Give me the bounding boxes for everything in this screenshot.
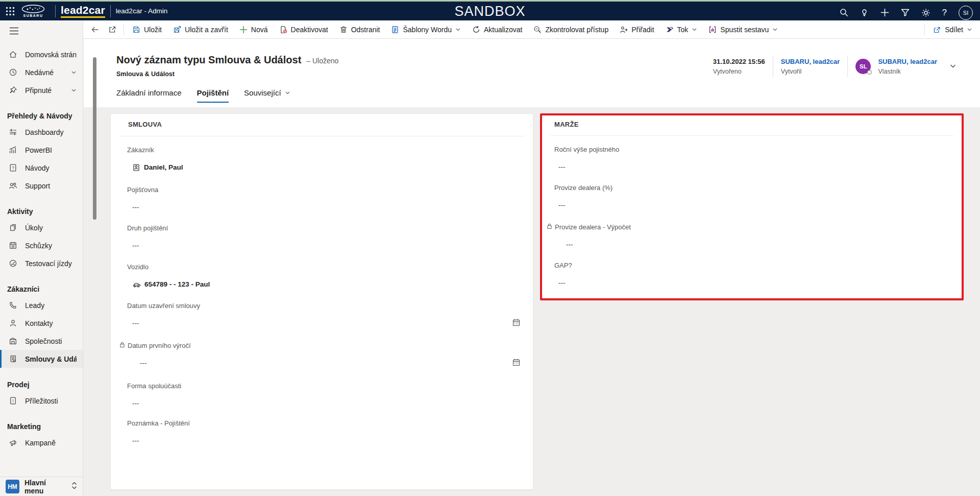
- filter-icon[interactable]: [901, 8, 910, 17]
- sidebar-item-kontakty[interactable]: Kontakty: [0, 314, 83, 332]
- form-scrollbar-thumb[interactable]: [93, 57, 96, 220]
- refresh-button[interactable]: Aktualizovat: [467, 22, 528, 37]
- field-provize-dealera-vypocet: Provize dealera - Výpočet ---: [554, 222, 949, 250]
- owner-link[interactable]: SUBARU, lead2car: [878, 58, 937, 65]
- created-by-link[interactable]: SUBARU, lead2car: [781, 58, 840, 65]
- owner-avatar[interactable]: SL: [855, 59, 871, 74]
- field-value-lookup[interactable]: 654789 - - 123 - Paul: [132, 279, 521, 290]
- flow-button[interactable]: Tok: [660, 22, 703, 37]
- field-label: Provize dealera (%): [554, 183, 612, 193]
- sidebar-item-smlouvy-udalosti[interactable]: Smlouvy & Události: [0, 350, 83, 368]
- sidebar-item-spolecnosti[interactable]: Společnosti: [0, 332, 83, 350]
- brand-lead2car[interactable]: lead2car: [61, 4, 105, 18]
- tab-zakladni-informace[interactable]: Základní informace: [116, 88, 182, 103]
- field-value[interactable]: ---: [132, 318, 521, 328]
- sidebar-item-powerbi[interactable]: PowerBI: [0, 141, 83, 159]
- sidebar-item-pripnute[interactable]: Připnuté: [0, 81, 83, 99]
- run-report-icon: [708, 26, 717, 34]
- sidebar-nav: Domovská stránka Nedávné Připnuté Přehle…: [0, 45, 83, 452]
- field-value[interactable]: ---: [558, 200, 949, 210]
- field-value[interactable]: ---: [566, 240, 949, 250]
- add-icon[interactable]: [880, 8, 889, 17]
- section-divider: [119, 136, 525, 136]
- field-value[interactable]: ---: [132, 241, 521, 251]
- account-avatar[interactable]: SI: [959, 6, 973, 20]
- field-value[interactable]: ---: [558, 162, 949, 172]
- field-value[interactable]: ---: [140, 358, 521, 368]
- opportunity-icon: !: [9, 396, 17, 405]
- chevron-down-icon: [949, 62, 957, 69]
- lightbulb-icon[interactable]: [860, 8, 869, 17]
- car-icon: [132, 280, 141, 289]
- main-menu-badge: HM: [6, 480, 19, 493]
- chevron-down-icon: [455, 26, 461, 34]
- run-report-button[interactable]: Spustit sestavu: [703, 22, 783, 37]
- tasks-icon: [9, 223, 17, 232]
- field-value-lookup[interactable]: Daniel, Paul: [132, 162, 521, 173]
- topbar-divider: [55, 5, 56, 17]
- sidebar-item-nedavne[interactable]: Nedávné: [0, 63, 83, 81]
- sidebar-item-testovaci-jizdy[interactable]: Testovací jízdy: [0, 254, 83, 272]
- refresh-icon: [472, 26, 480, 34]
- app-title: lead2car - Admin: [116, 7, 167, 15]
- sidebar-item-kampane[interactable]: Kampaně: [0, 434, 83, 452]
- save-and-close-button[interactable]: Uložit a zavřít: [167, 22, 234, 37]
- tab-pojisteni[interactable]: Pojištění: [197, 88, 229, 103]
- sidebar-item-domovska-stranka[interactable]: Domovská stránka: [0, 45, 83, 63]
- sidebar-item-navody[interactable]: ? Návody: [0, 159, 83, 177]
- delete-icon: [339, 26, 348, 34]
- field-value[interactable]: ---: [132, 202, 521, 212]
- deactivate-button[interactable]: Deaktivovat: [274, 22, 334, 37]
- presence-status-icon: [867, 70, 872, 75]
- assign-button[interactable]: Přiřadit: [614, 22, 659, 37]
- app-launcher-waffle-icon[interactable]: [0, 2, 20, 20]
- sitemap-sidebar: Domovská stránka Nedávné Připnuté Přehle…: [0, 20, 83, 496]
- chevron-down-icon: [967, 26, 972, 34]
- sidebar-item-support[interactable]: Support: [0, 177, 83, 195]
- help-icon[interactable]: ?: [942, 8, 947, 18]
- chevron-down-icon: [772, 26, 778, 34]
- check-access-icon: [533, 26, 542, 34]
- field-value[interactable]: ---: [132, 398, 521, 409]
- sidebar-section-marketing: Marketing: [0, 419, 83, 434]
- section-divider: [550, 135, 953, 136]
- chart-icon: [9, 146, 17, 154]
- sidebar-section-aktivity: Aktivity: [0, 204, 83, 219]
- word-templates-button[interactable]: Šablony Wordu: [385, 22, 466, 37]
- date-picker-button[interactable]: [512, 358, 521, 368]
- delete-button[interactable]: Odstranit: [334, 22, 386, 37]
- tab-souvisejici[interactable]: Související: [244, 88, 290, 103]
- back-button[interactable]: [86, 22, 104, 37]
- calendar-icon: [9, 241, 17, 250]
- sidebar-item-ukoly[interactable]: Úkoly: [0, 219, 83, 237]
- main-menu-switcher[interactable]: HM Hlavní menu: [0, 477, 83, 496]
- field-value[interactable]: ---: [132, 436, 521, 446]
- owner: SL SUBARU, lead2car Vlastník: [855, 58, 937, 75]
- hamburger-menu-button[interactable]: [7, 25, 21, 38]
- save-button[interactable]: Uložit: [127, 22, 167, 37]
- flow-icon: [666, 26, 674, 34]
- save-status: – Uloženo: [306, 57, 338, 65]
- sidebar-item-dashboardy[interactable]: Dashboardy: [0, 123, 83, 141]
- chevron-down-icon: [285, 88, 290, 97]
- sidebar-item-schuzky[interactable]: Schůzky: [0, 237, 83, 254]
- lock-icon: [119, 341, 125, 351]
- settings-gear-icon[interactable]: [921, 8, 930, 17]
- summary-divider: [847, 56, 848, 77]
- check-access-button[interactable]: Zkontrolovat přístup: [528, 22, 614, 37]
- search-icon[interactable]: [840, 8, 848, 17]
- word-templates-icon: [391, 26, 399, 34]
- save-and-close-icon: [173, 26, 181, 34]
- save-icon: [132, 26, 140, 34]
- popout-button[interactable]: [104, 22, 121, 37]
- collapse-header-button[interactable]: [949, 62, 957, 71]
- sidebar-section-prodej: Prodej: [0, 377, 83, 392]
- sidebar-item-leady[interactable]: Leady: [0, 296, 83, 314]
- topbar-actions: ? SI: [840, 3, 973, 22]
- field-value[interactable]: ---: [558, 278, 949, 288]
- sidebar-item-prilezitosti[interactable]: ! Příležitosti: [0, 392, 83, 410]
- share-button[interactable]: Sdílet: [927, 22, 978, 37]
- date-picker-button[interactable]: [512, 318, 521, 328]
- new-button[interactable]: Nová: [234, 22, 274, 37]
- environment-banner: SANDBOX: [454, 4, 525, 19]
